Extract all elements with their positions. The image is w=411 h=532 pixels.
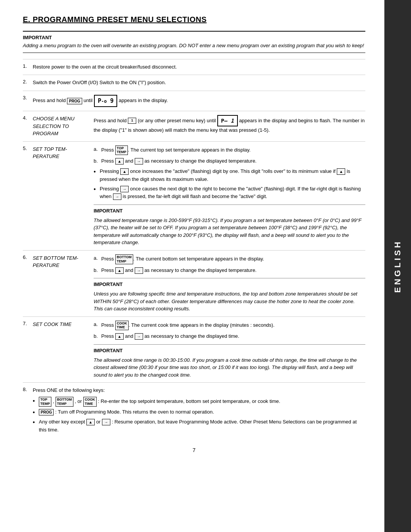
- right-arrow-key-b2: →: [120, 186, 129, 192]
- step-6-left: SET BOTTOM TEM-PERATURE: [33, 254, 94, 313]
- step-2-number: 2.: [23, 79, 33, 85]
- step-7-right: a. Press COOKTIME. The current cook time…: [94, 321, 365, 379]
- step-5a-label: a.: [94, 145, 101, 153]
- right-arrow-key-b2b: →: [113, 193, 121, 200]
- up-arrow-key-b1b: ▲: [337, 168, 345, 175]
- step-7a-content: Press COOKTIME. The current cook time ap…: [101, 321, 365, 331]
- step-5-important-text: The allowed temperature range is 200-599…: [94, 217, 365, 246]
- prog-display: P-o 9: [94, 95, 118, 107]
- step-5a-content: Press TOPTEMP. The current top set tempe…: [101, 145, 365, 155]
- step-8-bullet-2: • PROG : Turn off Programming Mode. This…: [33, 408, 365, 417]
- step-7-important-label: IMPORTANT: [94, 347, 365, 355]
- step-5-bullets: • Pressing ▲ once increases the "active"…: [94, 168, 365, 201]
- step-8-bullet-2-text: PROG : Turn off Programming Mode. This r…: [39, 408, 365, 416]
- cook-time-key: COOKTIME: [115, 321, 129, 331]
- top-temp-key-8: TOPTEMP: [39, 397, 51, 407]
- step-4-content: CHOOSE A MENU SELECTION TO PROGRAM Press…: [33, 115, 365, 137]
- step-7-subs: a. Press COOKTIME. The current cook time…: [94, 321, 365, 340]
- step-6: 6. SET BOTTOM TEM-PERATURE a. Press BOTT…: [23, 250, 365, 316]
- step-1-number: 1.: [23, 63, 33, 69]
- step-3: 3. Press and hold PROG until P-o 9 appea…: [23, 91, 365, 111]
- step-7-important-text: The allowed cook time range is 00:30-15:…: [94, 356, 365, 379]
- step-6b-label: b.: [94, 267, 101, 275]
- step-5b: b. Press ▲ and → as necessary to change …: [94, 157, 365, 165]
- step-7-content: SET COOK TIME a. Press COOKTIME. The cur…: [33, 321, 365, 379]
- preset-1-key: 1: [128, 118, 136, 124]
- step-1-content: Restore power to the oven at the circuit…: [33, 63, 365, 71]
- step-6a: a. Press BOTTOMTEMP. The current bottom …: [94, 254, 365, 264]
- step-5-subs: a. Press TOPTEMP. The current top set te…: [94, 145, 365, 165]
- step-6b: b. Press ▲ and → as necessary to change …: [94, 267, 365, 275]
- step-1: 1. Restore power to the oven at the circ…: [23, 59, 365, 75]
- step-8-bullet-1-text: TOPTEMP , BOTTOMTEMP , or COOKTIME : Re-…: [39, 397, 365, 407]
- step-4-left: CHOOSE A MENU SELECTION TO PROGRAM: [33, 115, 94, 137]
- step-5b-label: b.: [94, 157, 101, 165]
- step-5-important: IMPORTANT The allowed temperature range …: [94, 204, 365, 246]
- step-6-important-text: Unless you are following specific time a…: [94, 290, 365, 313]
- step-8-bullet-3: • Any other key except ▲ or → : Resume o…: [33, 418, 365, 434]
- sidebar-text: ENGLISH: [393, 240, 403, 293]
- step-4-right: Press and hold 1 (or any other preset me…: [94, 115, 365, 137]
- step-8-bullet-1: • TOPTEMP , BOTTOMTEMP , or COOKTIME : R…: [33, 397, 365, 407]
- right-arrow-key-5b: →: [135, 158, 143, 165]
- step-7: 7. SET COOK TIME a. Press COOKTIME. The …: [23, 316, 365, 383]
- step-7b-content: Press ▲ and → as necessary to change the…: [101, 332, 365, 340]
- step-4-number: 4.: [23, 115, 33, 121]
- step-8: 8. Press ONE of the following keys: • TO…: [23, 382, 365, 439]
- step-5-important-label: IMPORTANT: [94, 207, 365, 215]
- up-arrow-key-8: ▲: [86, 419, 95, 425]
- bottom-temp-key-8: BOTTOMTEMP: [56, 397, 73, 407]
- step-5b-content: Press ▲ and → as necessary to change the…: [101, 157, 365, 165]
- step-8-bullets: • TOPTEMP , BOTTOMTEMP , or COOKTIME : R…: [33, 397, 365, 434]
- step-6b-content: Press ▲ and → as necessary to change the…: [101, 267, 365, 275]
- step-5-bullet-2-text: Pressing → once causes the next digit to…: [100, 185, 365, 201]
- top-temp-key: TOPTEMP: [115, 145, 128, 155]
- important-top-text: Adding a menu program to the oven will o…: [23, 42, 365, 50]
- step-5-bullet-1: • Pressing ▲ once increases the "active"…: [94, 168, 365, 184]
- step-5-bullet-1-text: Pressing ▲ once increases the "active" (…: [100, 168, 365, 184]
- step-7a-label: a.: [94, 321, 101, 329]
- prog-key-8: PROG: [39, 409, 54, 415]
- step-6a-content: Press BOTTOMTEMP. The current bottom set…: [101, 254, 365, 264]
- step-6-number: 6.: [23, 254, 33, 260]
- step-5-left: SET TOP TEM-PERATURE: [33, 145, 94, 246]
- cook-time-key-8: COOKTIME: [83, 397, 97, 407]
- right-arrow-key-8: →: [102, 419, 110, 425]
- up-arrow-key-5b: ▲: [115, 158, 124, 165]
- step-7-important: IMPORTANT The allowed cook time range is…: [94, 344, 365, 379]
- step-5-bullet-2: • Pressing → once causes the next digit …: [94, 185, 365, 201]
- step-6-subs: a. Press BOTTOMTEMP. The current bottom …: [94, 254, 365, 274]
- main-content: E. PROGRAMMING PRESET MENU SELECTIONS IM…: [0, 0, 384, 532]
- sidebar: ENGLISH: [384, 0, 411, 532]
- step-5a: a. Press TOPTEMP. The current top set te…: [94, 145, 365, 155]
- step-6-content: SET BOTTOM TEM-PERATURE a. Press BOTTOMT…: [33, 254, 365, 313]
- up-arrow-key-7b: ▲: [115, 333, 124, 340]
- step-7-number: 7.: [23, 321, 33, 326]
- step-7-left: SET COOK TIME: [33, 321, 94, 379]
- p-dash-display: P— 1: [217, 115, 238, 126]
- step-2-content: Switch the Power On/Off (I/O) Switch to …: [33, 79, 365, 87]
- bottom-temp-key: BOTTOMTEMP: [115, 254, 133, 264]
- step-7b: b. Press ▲ and → as necessary to change …: [94, 332, 365, 340]
- step-8-content: Press ONE of the following keys: • TOPTE…: [33, 387, 365, 435]
- up-arrow-key-6b: ▲: [115, 267, 124, 274]
- step-3-number: 3.: [23, 95, 33, 101]
- step-2: 2. Switch the Power On/Off (I/O) Switch …: [23, 75, 365, 91]
- steps-list: 1. Restore power to the oven at the circ…: [23, 59, 365, 439]
- step-4: 4. CHOOSE A MENU SELECTION TO PROGRAM Pr…: [23, 111, 365, 141]
- step-6-important-label: IMPORTANT: [94, 281, 365, 289]
- step-7b-label: b.: [94, 332, 101, 340]
- step-8-number: 8.: [23, 387, 33, 392]
- page-title: E. PROGRAMMING PRESET MENU SELECTIONS: [23, 15, 365, 24]
- step-5-content: SET TOP TEM-PERATURE a. Press TOPTEMP. T…: [33, 145, 365, 246]
- step-6-right: a. Press BOTTOMTEMP. The current bottom …: [94, 254, 365, 313]
- prog-key: PROG: [67, 98, 82, 104]
- page-number: 7: [23, 447, 365, 453]
- step-5-number: 5.: [23, 145, 33, 151]
- step-6a-label: a.: [94, 254, 101, 262]
- step-5: 5. SET TOP TEM-PERATURE a. Press TOPTEMP…: [23, 141, 365, 250]
- step-5-right: a. Press TOPTEMP. The current top set te…: [94, 145, 365, 246]
- important-top-box: IMPORTANT Adding a menu program to the o…: [23, 31, 365, 53]
- right-arrow-key-6b: →: [135, 267, 143, 274]
- important-top-label: IMPORTANT: [23, 35, 365, 40]
